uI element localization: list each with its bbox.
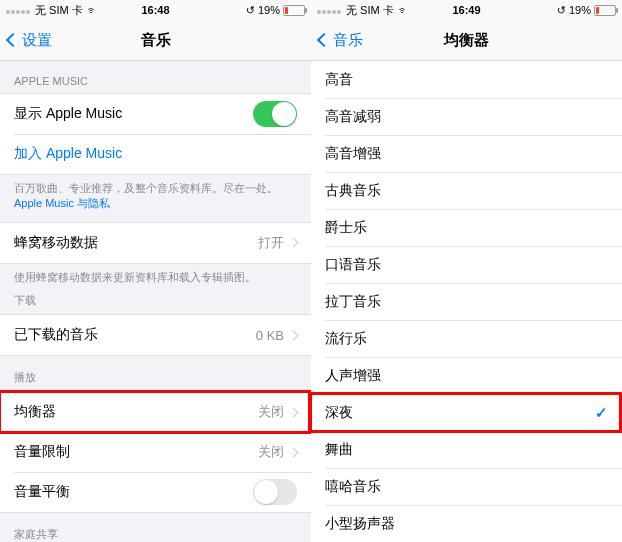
cell-cellular-data[interactable]: 蜂窝移动数据 打开 — [0, 223, 311, 263]
cell-label: 加入 Apple Music — [14, 145, 122, 163]
switch-show-apple-music[interactable] — [253, 101, 297, 127]
cell-label: 音量平衡 — [14, 483, 70, 501]
clock: 16:48 — [141, 4, 169, 16]
switch-volume-balance[interactable] — [253, 479, 297, 505]
cell-volume-balance[interactable]: 音量平衡 — [0, 472, 311, 512]
cell-signal-icon — [6, 4, 31, 16]
status-bar: 无 SIM 卡 ᯤ 16:48 ↻ 19% — [0, 0, 311, 20]
settings-music-screen: 无 SIM 卡 ᯤ 16:48 ↻ 19% 设置 音乐 APPLE MUSIC — [0, 0, 311, 542]
eq-option-row[interactable]: 高音 — [311, 61, 622, 98]
battery-percent: 19% — [569, 4, 591, 16]
battery-icon — [594, 5, 616, 16]
cell-volume-limit[interactable]: 音量限制 关闭 — [0, 432, 311, 472]
eq-option-label: 高音减弱 — [325, 108, 381, 126]
eq-option-row[interactable]: 拉丁音乐 — [311, 283, 622, 320]
section-header-download: 下载 — [0, 289, 311, 314]
chevron-left-icon — [6, 33, 20, 47]
equalizer-screen: 无 SIM 卡 ᯤ 16:49 ↻ 19% 音乐 均衡器 高音高音减弱高音增强古… — [311, 0, 622, 542]
nav-bar: 设置 音乐 — [0, 20, 311, 61]
rotation-lock-icon: ↻ — [557, 4, 566, 17]
cell-label: 已下载的音乐 — [14, 326, 98, 344]
eq-option-row[interactable]: 舞曲 — [311, 431, 622, 468]
eq-option-label: 嘻哈音乐 — [325, 478, 381, 496]
eq-option-row[interactable]: 爵士乐 — [311, 209, 622, 246]
cell-downloaded-music[interactable]: 已下载的音乐 0 KB — [0, 315, 311, 355]
eq-option-label: 古典音乐 — [325, 182, 381, 200]
cell-equalizer[interactable]: 均衡器 关闭 — [0, 392, 311, 432]
carrier-text: 无 SIM 卡 — [35, 3, 83, 18]
eq-option-label: 舞曲 — [325, 441, 353, 459]
eq-option-row[interactable]: 古典音乐 — [311, 172, 622, 209]
section-footer-apple-music: 百万歌曲、专业推荐，及整个音乐资料库。尽在一处。 Apple Music 与隐私 — [0, 175, 311, 216]
section-header-playback: 播放 — [0, 356, 311, 391]
cell-label: 蜂窝移动数据 — [14, 234, 98, 252]
cell-value: 0 KB — [256, 328, 284, 343]
page-title: 均衡器 — [444, 31, 489, 50]
chevron-right-icon — [289, 238, 299, 248]
back-button[interactable]: 设置 — [8, 31, 52, 50]
section-footer-cellular: 使用蜂窝移动数据来更新资料库和载入专辑插图。 — [0, 264, 311, 289]
wifi-icon: ᯤ — [398, 4, 409, 16]
eq-option-label: 口语音乐 — [325, 256, 381, 274]
back-button[interactable]: 音乐 — [319, 31, 363, 50]
cell-join-apple-music[interactable]: 加入 Apple Music — [0, 134, 311, 174]
eq-option-label: 高音增强 — [325, 145, 381, 163]
eq-option-row[interactable]: 高音减弱 — [311, 98, 622, 135]
back-label: 音乐 — [333, 31, 363, 50]
clock: 16:49 — [452, 4, 480, 16]
eq-option-label: 拉丁音乐 — [325, 293, 381, 311]
eq-option-label: 爵士乐 — [325, 219, 367, 237]
chevron-right-icon — [289, 330, 299, 340]
chevron-right-icon — [289, 447, 299, 457]
eq-option-label: 小型扬声器 — [325, 515, 395, 533]
cell-value: 关闭 — [258, 443, 284, 461]
carrier-text: 无 SIM 卡 — [346, 3, 394, 18]
cell-label: 显示 Apple Music — [14, 105, 122, 123]
eq-option-row[interactable]: 嘻哈音乐 — [311, 468, 622, 505]
eq-option-row[interactable]: 小型扬声器 — [311, 505, 622, 542]
chevron-left-icon — [317, 33, 331, 47]
eq-option-label: 高音 — [325, 71, 353, 89]
eq-option-label: 深夜 — [325, 404, 353, 422]
section-header-apple-music: APPLE MUSIC — [0, 61, 311, 93]
rotation-lock-icon: ↻ — [246, 4, 255, 17]
eq-option-row[interactable]: 高音增强 — [311, 135, 622, 172]
back-label: 设置 — [22, 31, 52, 50]
chevron-right-icon — [289, 407, 299, 417]
cell-show-apple-music[interactable]: 显示 Apple Music — [0, 94, 311, 134]
eq-option-row[interactable]: 人声增强 — [311, 357, 622, 394]
eq-option-label: 流行乐 — [325, 330, 367, 348]
status-bar: 无 SIM 卡 ᯤ 16:49 ↻ 19% — [311, 0, 622, 20]
equalizer-options-list: 高音高音减弱高音增强古典音乐爵士乐口语音乐拉丁音乐流行乐人声增强深夜✓舞曲嘻哈音… — [311, 61, 622, 542]
cell-value: 打开 — [258, 234, 284, 252]
battery-icon — [283, 5, 305, 16]
wifi-icon: ᯤ — [87, 4, 98, 16]
eq-option-row[interactable]: 深夜✓ — [311, 394, 622, 431]
cell-label: 均衡器 — [14, 403, 56, 421]
battery-percent: 19% — [258, 4, 280, 16]
checkmark-icon: ✓ — [595, 404, 608, 422]
eq-option-row[interactable]: 流行乐 — [311, 320, 622, 357]
section-header-home-sharing: 家庭共享 — [0, 513, 311, 542]
eq-option-label: 人声增强 — [325, 367, 381, 385]
cell-label: 音量限制 — [14, 443, 70, 461]
eq-option-row[interactable]: 口语音乐 — [311, 246, 622, 283]
nav-bar: 音乐 均衡器 — [311, 20, 622, 61]
page-title: 音乐 — [141, 31, 171, 50]
cell-signal-icon — [317, 4, 342, 16]
cell-value: 关闭 — [258, 403, 284, 421]
apple-music-privacy-link[interactable]: Apple Music 与隐私 — [14, 197, 110, 209]
